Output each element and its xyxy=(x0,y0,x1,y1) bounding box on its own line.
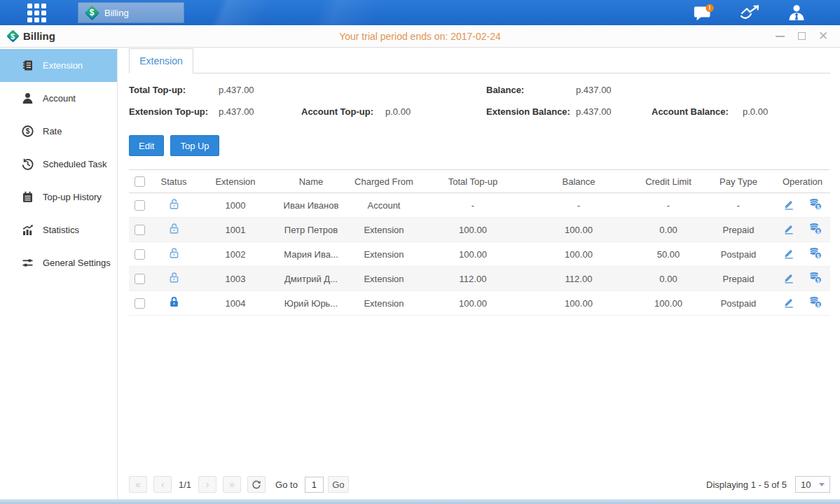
column-header: Pay Type xyxy=(702,170,775,193)
apps-grid-icon[interactable] xyxy=(23,4,50,22)
edit-row-icon[interactable] xyxy=(783,199,794,210)
account-balance-label: Account Balance: xyxy=(652,106,743,117)
table-row: 1001Петр ПетровExtension100.00100.000.00… xyxy=(129,218,830,242)
prev-page-button[interactable]: ‹ xyxy=(153,476,172,493)
first-page-button[interactable]: « xyxy=(129,476,147,493)
extension-balance-label: Extension Balance: xyxy=(486,106,576,117)
go-button[interactable]: Go xyxy=(328,476,349,493)
goto-label: Go to xyxy=(275,479,298,490)
cell-charged-from: Extension xyxy=(345,242,423,267)
last-page-button[interactable]: » xyxy=(223,476,241,493)
sidebar-item-label: General Settings xyxy=(43,258,111,268)
row-checkbox[interactable] xyxy=(135,200,145,211)
column-header: Credit Limit xyxy=(635,170,702,193)
topup-row-icon[interactable]: $ xyxy=(808,223,822,234)
window-title: Billing xyxy=(23,30,55,42)
cell-pay-type: Prepaid xyxy=(702,267,775,291)
edit-row-icon[interactable] xyxy=(783,248,794,259)
table-header-row: StatusExtensionNameCharged FromTotal Top… xyxy=(129,170,830,193)
svg-text:$: $ xyxy=(817,253,820,259)
table-body: 1000Иван ИвановAccount----$1001Петр Петр… xyxy=(129,193,830,316)
sidebar: Extension Account $ Rate Scheduled Task xyxy=(0,48,118,499)
topup-row-icon[interactable]: $ xyxy=(808,247,822,259)
chevron-down-icon xyxy=(819,483,825,486)
cell-balance: 100.00 xyxy=(523,291,635,316)
cell-total-topup: 112.00 xyxy=(423,267,523,291)
window-bottom-edge xyxy=(0,499,840,504)
lock-open-icon xyxy=(168,272,180,284)
cell-credit-limit: 50.00 xyxy=(635,242,702,267)
cell-total-topup: 100.00 xyxy=(423,242,523,267)
cell-balance: 100.00 xyxy=(523,218,635,242)
extensions-table: StatusExtensionNameCharged FromTotal Top… xyxy=(129,169,830,316)
cell-charged-from: Extension xyxy=(345,291,423,316)
tab-extension[interactable]: Extension xyxy=(129,48,193,74)
sidebar-item-rate[interactable]: $ Rate xyxy=(0,115,117,148)
column-header: Status xyxy=(154,170,193,193)
sidebar-item-account[interactable]: Account xyxy=(0,82,117,115)
sidebar-item-label: Scheduled Task xyxy=(43,159,107,169)
cell-name: Иван Иванов xyxy=(277,193,345,218)
balance-label: Balance: xyxy=(486,85,576,95)
goto-page-input[interactable] xyxy=(305,477,324,493)
maximize-button[interactable] xyxy=(794,29,808,43)
extension-topup-label: Extension Top-up: xyxy=(129,106,219,117)
page-size-select[interactable]: 10 xyxy=(795,476,830,493)
cell-name: Юрий Юрь... xyxy=(277,291,345,316)
cell-pay-type: Postpaid xyxy=(702,242,775,267)
svg-text:$: $ xyxy=(817,204,820,210)
cell-balance: - xyxy=(523,193,635,218)
refresh-icon xyxy=(252,479,261,489)
messages-icon[interactable]: ! xyxy=(693,4,715,22)
minimize-button[interactable] xyxy=(773,29,787,43)
sidebar-item-topup-history[interactable]: Top-up History xyxy=(0,181,117,214)
lock-open-icon xyxy=(168,223,180,234)
edit-button[interactable]: Edit xyxy=(129,135,164,156)
row-checkbox[interactable] xyxy=(135,274,145,284)
topup-row-icon[interactable]: $ xyxy=(808,198,822,210)
cell-total-topup: 100.00 xyxy=(423,218,523,242)
refresh-button[interactable] xyxy=(247,476,266,493)
row-checkbox[interactable] xyxy=(135,249,145,260)
notification-badge: ! xyxy=(709,4,711,11)
column-header: Balance xyxy=(523,170,635,193)
edit-row-icon[interactable] xyxy=(783,272,794,284)
pagination-bar: « ‹ 1/1 › » Go to Go Displaying 1 - 5 of… xyxy=(129,476,830,499)
sidebar-item-statistics[interactable]: Statistics xyxy=(0,214,117,246)
table-row: 1003Дмитрий Д...Extension112.00112.000.0… xyxy=(129,267,830,291)
sidebar-item-scheduled-task[interactable]: Scheduled Task xyxy=(0,148,117,181)
svg-text:$: $ xyxy=(817,228,820,234)
history-clock-icon xyxy=(22,158,34,170)
bar-chart-icon xyxy=(22,224,34,236)
table-row: 1000Иван ИвановAccount----$ xyxy=(129,193,830,218)
total-topup-label: Total Top-up: xyxy=(129,85,219,95)
sidebar-item-extension[interactable]: Extension xyxy=(0,49,117,82)
cell-balance: 100.00 xyxy=(523,242,635,267)
sidebar-item-general-settings[interactable]: General Settings xyxy=(0,246,117,279)
row-checkbox[interactable] xyxy=(135,225,145,235)
page-size-value: 10 xyxy=(801,479,811,490)
close-button[interactable]: ✕ xyxy=(816,29,830,43)
column-header: Operation xyxy=(775,170,830,193)
edit-row-icon[interactable] xyxy=(783,223,794,234)
edit-row-icon[interactable] xyxy=(783,297,794,308)
topup-row-icon[interactable]: $ xyxy=(808,272,822,284)
sidebar-item-label: Rate xyxy=(43,126,62,136)
table-row: 1002Мария Ива...Extension100.00100.0050.… xyxy=(129,242,830,267)
cell-extension: 1004 xyxy=(193,291,277,316)
cell-total-topup: 100.00 xyxy=(423,291,523,316)
cell-pay-type: Prepaid xyxy=(702,218,775,242)
dollar-circle-icon: $ xyxy=(22,125,34,137)
top-up-button[interactable]: Top Up xyxy=(170,135,219,156)
select-all-checkbox[interactable] xyxy=(135,176,145,187)
account-topup-label: Account Top-up: xyxy=(301,106,385,117)
svg-text:$: $ xyxy=(817,277,820,284)
statistics-chart-icon[interactable] xyxy=(739,4,762,22)
row-checkbox[interactable] xyxy=(135,298,145,309)
lock-closed-icon xyxy=(168,296,180,308)
window-titlebar: Your trial period ends on: 2017-02-24 $ … xyxy=(0,25,840,48)
user-icon[interactable] xyxy=(785,4,808,22)
next-page-button[interactable]: › xyxy=(198,476,216,493)
taskbar-tab-billing[interactable]: $ Billing xyxy=(78,2,184,23)
topup-row-icon[interactable]: $ xyxy=(808,296,822,308)
